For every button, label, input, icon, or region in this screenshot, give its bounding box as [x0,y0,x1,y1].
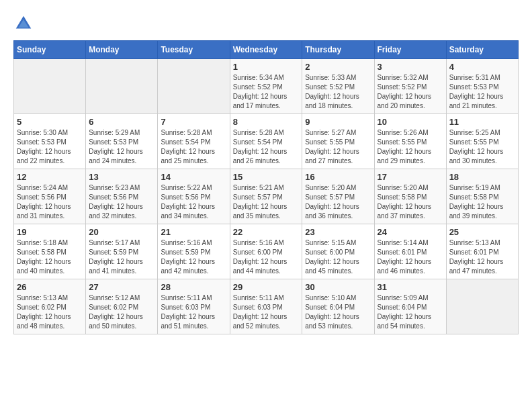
day-number: 18 [449,172,515,182]
calendar-cell: 1Sunrise: 5:34 AM Sunset: 5:52 PM Daylig… [230,59,302,114]
calendar-cell: 4Sunrise: 5:31 AM Sunset: 5:53 PM Daylig… [446,59,518,114]
day-number: 9 [305,117,371,127]
calendar-cell: 30Sunrise: 5:10 AM Sunset: 6:04 PM Dayli… [302,279,374,334]
day-number: 20 [89,227,154,237]
day-number: 14 [161,172,226,182]
day-number: 24 [378,227,443,237]
calendar-cell: 18Sunrise: 5:19 AM Sunset: 5:58 PM Dayli… [446,169,518,224]
calendar-cell: 11Sunrise: 5:25 AM Sunset: 5:55 PM Dayli… [446,114,518,169]
calendar-cell: 20Sunrise: 5:17 AM Sunset: 5:59 PM Dayli… [86,224,158,279]
calendar-table: SundayMondayTuesdayWednesdayThursdayFrid… [13,40,519,334]
calendar-cell: 12Sunrise: 5:24 AM Sunset: 5:56 PM Dayli… [14,169,86,224]
calendar-week-row: 26Sunrise: 5:13 AM Sunset: 6:02 PM Dayli… [14,279,519,334]
day-number: 4 [449,62,515,72]
calendar-cell: 16Sunrise: 5:20 AM Sunset: 5:57 PM Dayli… [302,169,374,224]
weekday-header-sunday: Sunday [14,41,86,59]
weekday-header-monday: Monday [86,41,158,59]
day-number: 1 [233,62,300,72]
day-info: Sunrise: 5:27 AM Sunset: 5:55 PM Dayligh… [305,128,371,166]
day-info: Sunrise: 5:33 AM Sunset: 5:52 PM Dayligh… [305,73,371,111]
day-info: Sunrise: 5:31 AM Sunset: 5:53 PM Dayligh… [449,73,515,111]
day-info: Sunrise: 5:23 AM Sunset: 5:56 PM Dayligh… [89,183,154,221]
day-number: 7 [161,117,226,127]
day-number: 28 [161,282,226,292]
day-info: Sunrise: 5:20 AM Sunset: 5:57 PM Dayligh… [305,183,371,221]
calendar-week-row: 1Sunrise: 5:34 AM Sunset: 5:52 PM Daylig… [14,59,519,114]
day-number: 29 [233,282,300,292]
calendar-cell: 9Sunrise: 5:27 AM Sunset: 5:55 PM Daylig… [302,114,374,169]
day-number: 27 [89,282,154,292]
day-number: 25 [449,227,515,237]
day-info: Sunrise: 5:34 AM Sunset: 5:52 PM Dayligh… [233,73,300,111]
calendar-cell: 3Sunrise: 5:32 AM Sunset: 5:52 PM Daylig… [374,59,446,114]
day-info: Sunrise: 5:09 AM Sunset: 6:04 PM Dayligh… [378,293,443,331]
calendar-week-row: 19Sunrise: 5:18 AM Sunset: 5:58 PM Dayli… [14,224,519,279]
day-info: Sunrise: 5:13 AM Sunset: 6:02 PM Dayligh… [17,293,83,331]
day-number: 8 [233,117,300,127]
weekday-header-friday: Friday [374,41,446,59]
day-number: 23 [305,227,371,237]
weekday-header-thursday: Thursday [302,41,374,59]
day-info: Sunrise: 5:12 AM Sunset: 6:02 PM Dayligh… [89,293,154,331]
calendar-cell: 26Sunrise: 5:13 AM Sunset: 6:02 PM Dayli… [14,279,86,334]
day-number: 12 [17,172,83,182]
weekday-header-wednesday: Wednesday [230,41,302,59]
logo [13,13,36,34]
calendar-cell [446,279,518,334]
day-number: 30 [305,282,371,292]
calendar-cell: 23Sunrise: 5:15 AM Sunset: 6:00 PM Dayli… [302,224,374,279]
calendar-cell [86,59,158,114]
calendar-cell: 21Sunrise: 5:16 AM Sunset: 5:59 PM Dayli… [158,224,230,279]
weekday-header-saturday: Saturday [446,41,518,59]
calendar-header: SundayMondayTuesdayWednesdayThursdayFrid… [14,41,519,59]
calendar-cell: 5Sunrise: 5:30 AM Sunset: 5:53 PM Daylig… [14,114,86,169]
day-info: Sunrise: 5:30 AM Sunset: 5:53 PM Dayligh… [17,128,83,166]
day-number: 17 [378,172,443,182]
day-info: Sunrise: 5:16 AM Sunset: 5:59 PM Dayligh… [161,238,226,276]
day-info: Sunrise: 5:18 AM Sunset: 5:58 PM Dayligh… [17,238,83,276]
day-number: 15 [233,172,300,182]
page-header [13,13,519,34]
day-info: Sunrise: 5:28 AM Sunset: 5:54 PM Dayligh… [161,128,226,166]
calendar-cell: 15Sunrise: 5:21 AM Sunset: 5:57 PM Dayli… [230,169,302,224]
day-info: Sunrise: 5:15 AM Sunset: 6:00 PM Dayligh… [305,238,371,276]
day-number: 3 [378,62,443,72]
calendar-cell: 10Sunrise: 5:26 AM Sunset: 5:55 PM Dayli… [374,114,446,169]
day-number: 31 [378,282,443,292]
day-number: 16 [305,172,371,182]
calendar-body: 1Sunrise: 5:34 AM Sunset: 5:52 PM Daylig… [14,59,519,334]
calendar-cell: 25Sunrise: 5:13 AM Sunset: 6:01 PM Dayli… [446,224,518,279]
day-info: Sunrise: 5:25 AM Sunset: 5:55 PM Dayligh… [449,128,515,166]
weekday-header-tuesday: Tuesday [158,41,230,59]
calendar-cell: 22Sunrise: 5:16 AM Sunset: 6:00 PM Dayli… [230,224,302,279]
day-info: Sunrise: 5:14 AM Sunset: 6:01 PM Dayligh… [378,238,443,276]
day-number: 2 [305,62,371,72]
day-info: Sunrise: 5:16 AM Sunset: 6:00 PM Dayligh… [233,238,300,276]
calendar-cell: 6Sunrise: 5:29 AM Sunset: 5:53 PM Daylig… [86,114,158,169]
calendar-cell [14,59,86,114]
calendar-cell: 13Sunrise: 5:23 AM Sunset: 5:56 PM Dayli… [86,169,158,224]
calendar-cell: 29Sunrise: 5:11 AM Sunset: 6:03 PM Dayli… [230,279,302,334]
calendar-cell: 28Sunrise: 5:11 AM Sunset: 6:03 PM Dayli… [158,279,230,334]
day-number: 22 [233,227,300,237]
day-info: Sunrise: 5:32 AM Sunset: 5:52 PM Dayligh… [378,73,443,111]
calendar-cell: 31Sunrise: 5:09 AM Sunset: 6:04 PM Dayli… [374,279,446,334]
day-number: 5 [17,117,83,127]
calendar-week-row: 12Sunrise: 5:24 AM Sunset: 5:56 PM Dayli… [14,169,519,224]
day-info: Sunrise: 5:26 AM Sunset: 5:55 PM Dayligh… [378,128,443,166]
day-number: 21 [161,227,226,237]
calendar-cell: 24Sunrise: 5:14 AM Sunset: 6:01 PM Dayli… [374,224,446,279]
day-info: Sunrise: 5:11 AM Sunset: 6:03 PM Dayligh… [161,293,226,331]
day-info: Sunrise: 5:10 AM Sunset: 6:04 PM Dayligh… [305,293,371,331]
calendar-cell: 17Sunrise: 5:20 AM Sunset: 5:58 PM Dayli… [374,169,446,224]
day-info: Sunrise: 5:28 AM Sunset: 5:54 PM Dayligh… [233,128,300,166]
day-info: Sunrise: 5:29 AM Sunset: 5:53 PM Dayligh… [89,128,154,166]
day-info: Sunrise: 5:24 AM Sunset: 5:56 PM Dayligh… [17,183,83,221]
day-info: Sunrise: 5:11 AM Sunset: 6:03 PM Dayligh… [233,293,300,331]
calendar-cell: 19Sunrise: 5:18 AM Sunset: 5:58 PM Dayli… [14,224,86,279]
day-info: Sunrise: 5:22 AM Sunset: 5:56 PM Dayligh… [161,183,226,221]
calendar-cell: 14Sunrise: 5:22 AM Sunset: 5:56 PM Dayli… [158,169,230,224]
day-info: Sunrise: 5:19 AM Sunset: 5:58 PM Dayligh… [449,183,515,221]
day-info: Sunrise: 5:13 AM Sunset: 6:01 PM Dayligh… [449,238,515,276]
day-number: 11 [449,117,515,127]
